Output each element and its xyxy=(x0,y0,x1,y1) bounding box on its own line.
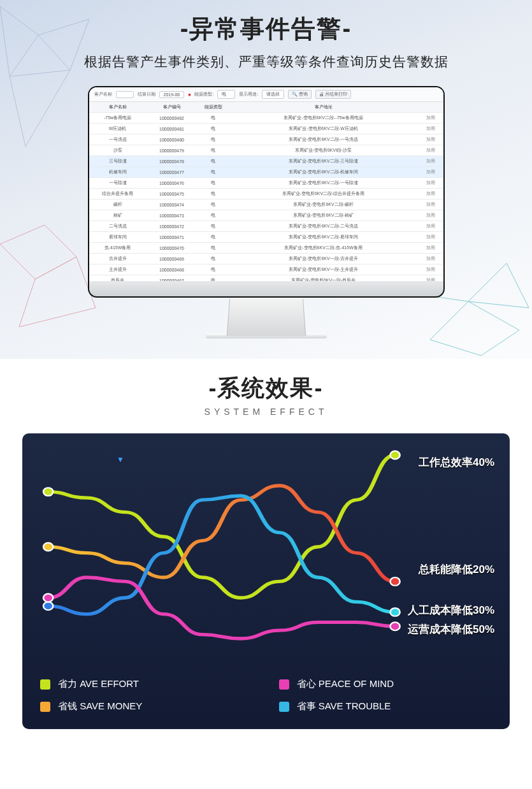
table-row[interactable]: 机修车间1000000477电东周矿业-变电所6KV二段-机修车间加用 xyxy=(89,167,443,178)
table-row[interactable]: 负-415W备用1000000470电东周矿业-变电所6KV二段-负-415W备… xyxy=(89,243,443,254)
table-row[interactable]: 综合井提升备用1000000475电东周矿业-变电所6KV二段-综合井提升备用加… xyxy=(89,189,443,199)
column-header xyxy=(418,102,443,113)
legend-swatch xyxy=(279,702,289,712)
legend-label: 省钱 SAVE MONEY xyxy=(58,700,142,713)
chart-area: ▼ 工作总效率40%总耗能降低20%人工成本降低30%运营成本降低50% xyxy=(40,455,492,659)
table-row[interactable]: 西风井1000000467电东周矿业-变电所6KV一段-西风井加用 xyxy=(89,275,443,282)
series-end-label: 运营成本降低50% xyxy=(408,622,494,637)
legend-label: 省事 SAVE TROUBLE xyxy=(297,700,391,713)
effect-title: -系统效果- xyxy=(0,373,532,404)
table-row[interactable]: 吉井提升1000000469电东周矿业-变电所6KV一段-吉井提升加用 xyxy=(89,254,443,264)
table-row[interactable]: 一号洗选1000000480电东周矿业-变电所6KV二段-一号洗选加用 xyxy=(89,134,443,145)
purpose-select[interactable]: 请选择 xyxy=(262,90,284,99)
column-header: 能源类型 xyxy=(198,102,229,113)
table-row[interactable]: 精矿1000000473电东周矿业-变电所6KV二段-精矿加用 xyxy=(89,210,443,221)
series-start-dot xyxy=(43,488,53,496)
type-select[interactable]: 电 xyxy=(217,90,235,99)
monitor-mockup: 客户名称 结算日期 2019-08 ■ 能源类型: 电 显示用途: 请选择 🔍 … xyxy=(88,86,445,338)
series-start-dot xyxy=(43,602,53,610)
legend-item: 省心 PEACE OF MIND xyxy=(279,678,492,690)
legend-swatch xyxy=(279,679,289,690)
decoration-bottom-left xyxy=(0,219,102,346)
name-input[interactable] xyxy=(116,91,134,98)
table-row[interactable]: -75w备用电源1000000482电东周矿业-变电所6KV二段--75w备用电… xyxy=(89,113,443,124)
table-row[interactable]: 二号洗选1000000472电东周矿业-变电所6KV二段-二号洗选加用 xyxy=(89,221,443,232)
table-row[interactable]: 沙泵1000000479电东周矿业-变电所6KVI段-沙泵加用 xyxy=(89,145,443,156)
legend-label: 省心 PEACE OF MIND xyxy=(297,678,394,690)
column-header: 客户名称 xyxy=(89,102,147,113)
column-header: 客户地址 xyxy=(229,102,418,113)
legend-item: 省钱 SAVE MONEY xyxy=(40,700,254,713)
series-end-dot xyxy=(390,608,399,616)
required-icon: ■ xyxy=(188,92,191,97)
print-button[interactable]: 🖨 月结单打印 xyxy=(315,90,351,99)
column-header: 客户编号 xyxy=(147,102,198,113)
legend-swatch xyxy=(40,702,50,712)
series-end-label: 总耗能降低20% xyxy=(419,562,494,577)
series-end-label: 人工成本降低30% xyxy=(408,603,494,618)
monitor-chin xyxy=(88,281,445,298)
table-row[interactable]: 主井提升1000000468电东周矿业-变电所6KV一段-主井提升加用 xyxy=(89,264,443,275)
legend-item: 省事 SAVE TROUBLE xyxy=(279,700,492,713)
date-input[interactable]: 2019-08 xyxy=(159,91,185,98)
series-end-label: 工作总效率40% xyxy=(419,455,494,470)
data-table: 客户名称客户编号能源类型客户地址 -75w备用电源1000000482电东周矿业… xyxy=(89,102,443,281)
toolbar: 客户名称 结算日期 2019-08 ■ 能源类型: 电 显示用途: 请选择 🔍 … xyxy=(89,87,443,102)
table-row[interactable]: 三号除渣1000000478电东周矿业-变电所6KV二段-三号除渣加用 xyxy=(89,156,443,167)
date-label: 结算日期 xyxy=(138,91,155,98)
series-start-dot xyxy=(43,543,53,551)
chart-card: ▼ 工作总效率40%总耗能降低20%人工成本降低30%运营成本降低50% 省力 … xyxy=(22,433,510,729)
series-start-dot xyxy=(43,594,53,602)
table-app: 客户名称 结算日期 2019-08 ■ 能源类型: 电 显示用途: 请选择 🔍 … xyxy=(89,87,443,281)
query-button[interactable]: 🔍 查询 xyxy=(288,90,312,99)
legend-item: 省力 AVE EFFORT xyxy=(40,678,254,690)
series-line xyxy=(48,455,395,598)
type-label: 能源类型: xyxy=(194,91,213,98)
purpose-label: 显示用途: xyxy=(239,91,258,98)
legend-swatch xyxy=(40,679,50,690)
alarm-section: -异常事件告警- 根据告警产生事件类别、严重等级等条件查询历史告警数据 客户名称… xyxy=(0,0,532,359)
table-row[interactable]: 一号除渣1000000476电东周矿业-变电所6KV二段-一号除渣加用 xyxy=(89,178,443,189)
table-row[interactable]: W压滤机1000000481电东周矿业-变电所6KV二段-W压滤机加用 xyxy=(89,124,443,134)
series-end-dot xyxy=(390,622,399,630)
name-label: 客户名称 xyxy=(94,91,112,98)
effect-subtitle: SYSTEM EFFECT xyxy=(0,407,532,417)
table-row[interactable]: 磨球车间1000000471电东周矿业-变电所6KV二段-磨球车间加用 xyxy=(89,232,443,243)
legend-label: 省力 AVE EFFORT xyxy=(58,678,139,690)
series-end-dot xyxy=(390,451,399,460)
effect-section: -系统效果- SYSTEM EFFECT ▼ 工作总效率40%总耗能降低20%人… xyxy=(0,359,532,729)
series-end-dot xyxy=(390,577,399,586)
table-row[interactable]: 碾杆1000000474电东周矿业-变电所6KV二段-碾杆加用 xyxy=(89,199,443,210)
chart-legend: 省力 AVE EFFORT省心 PEACE OF MIND省钱 SAVE MON… xyxy=(40,678,492,713)
